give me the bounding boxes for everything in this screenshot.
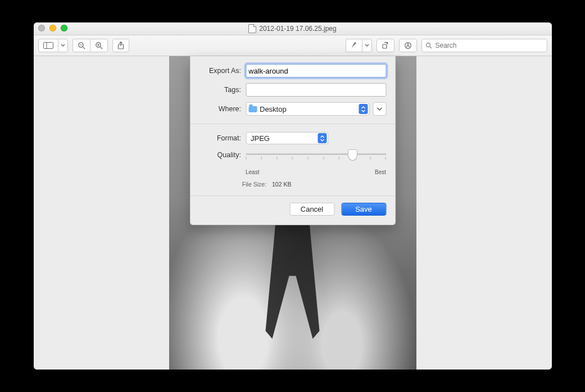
svg-rect-11 xyxy=(383,44,387,48)
chevron-updown-icon xyxy=(318,133,326,143)
file-size-value: 102 KB xyxy=(272,181,291,188)
highlight-button[interactable] xyxy=(346,39,362,52)
zoom-out-button[interactable] xyxy=(72,39,90,52)
search-input[interactable] xyxy=(434,41,543,50)
save-button[interactable]: Save xyxy=(341,203,386,216)
where-dropdown[interactable]: Desktop xyxy=(246,102,369,116)
sidebar-mode-dropdown[interactable] xyxy=(58,39,68,52)
where-label: Where: xyxy=(199,105,241,113)
slider-thumb[interactable] xyxy=(348,149,357,161)
format-label: Format: xyxy=(199,134,241,142)
expand-save-panel-button[interactable] xyxy=(373,102,386,116)
quality-slider[interactable] xyxy=(246,150,386,167)
export-as-label: Export As: xyxy=(199,67,241,75)
content-area: Export As: Tags: Where: Desktop xyxy=(34,56,552,370)
svg-line-14 xyxy=(430,47,432,48)
titlebar: 2012-01-19 17.06.25.jpeg xyxy=(34,22,552,35)
svg-rect-0 xyxy=(43,43,53,49)
file-size-label: File Size: xyxy=(199,181,266,188)
toolbar xyxy=(34,35,552,56)
format-value: JPEG xyxy=(251,134,270,143)
svg-point-13 xyxy=(426,43,430,47)
quality-label: Quality: xyxy=(199,150,241,159)
maximize-window-button[interactable] xyxy=(61,25,67,31)
tags-input[interactable] xyxy=(246,83,386,97)
cancel-button[interactable]: Cancel xyxy=(289,203,334,216)
folder-icon xyxy=(248,106,257,112)
markup-group xyxy=(346,39,372,52)
sidebar-view-group xyxy=(38,39,68,52)
document-icon xyxy=(248,24,256,33)
where-value: Desktop xyxy=(260,105,287,113)
highlight-dropdown[interactable] xyxy=(362,39,372,52)
zoom-group xyxy=(72,39,108,52)
search-field[interactable] xyxy=(421,39,547,52)
quality-best-label: Best xyxy=(375,169,386,175)
annotate-button[interactable] xyxy=(399,39,417,52)
rotate-button[interactable] xyxy=(377,39,394,52)
window-title-text: 2012-01-19 17.06.25.jpeg xyxy=(259,25,336,33)
tags-label: Tags: xyxy=(199,86,241,94)
chevron-updown-icon xyxy=(359,104,368,114)
svg-line-6 xyxy=(100,47,102,49)
traffic-lights xyxy=(38,25,67,31)
svg-line-3 xyxy=(83,47,85,49)
format-dropdown[interactable]: JPEG xyxy=(246,132,328,144)
window-title: 2012-01-19 17.06.25.jpeg xyxy=(248,24,336,33)
search-icon xyxy=(425,42,432,49)
export-sheet: Export As: Tags: Where: Desktop xyxy=(189,56,396,225)
quality-least-label: Least xyxy=(246,169,259,175)
preview-window: 2012-01-19 17.06.25.jpeg xyxy=(34,22,552,370)
sidebar-toggle-button[interactable] xyxy=(38,39,58,52)
share-button[interactable] xyxy=(112,39,129,52)
minimize-window-button[interactable] xyxy=(49,25,56,31)
export-as-input[interactable] xyxy=(246,64,386,78)
close-window-button[interactable] xyxy=(38,25,45,31)
zoom-in-button[interactable] xyxy=(90,39,108,52)
